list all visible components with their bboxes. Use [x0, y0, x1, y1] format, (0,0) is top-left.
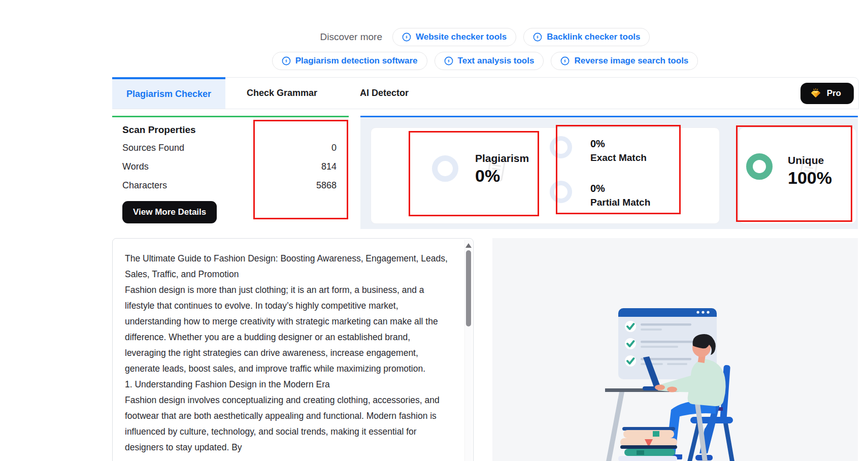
- plagiarism-label: Plagiarism: [475, 152, 529, 164]
- bolt-circle-icon: [282, 56, 291, 65]
- view-more-details-button[interactable]: View More Details: [122, 201, 217, 223]
- bolt-circle-icon: [560, 56, 570, 65]
- discover-section: Discover more Website checker tools: [112, 28, 858, 70]
- exact-match-group: 0% Exact Match: [590, 138, 647, 163]
- discover-more-label: Discover more: [320, 31, 382, 43]
- tab-plagiarism-checker[interactable]: Plagiarism Checker: [112, 77, 225, 109]
- scan-property-label: Sources Found: [122, 143, 184, 153]
- unique-label: Unique: [788, 154, 832, 167]
- document-text-area[interactable]: The Ultimate Guide to Fashion Design: Bo…: [112, 238, 474, 461]
- bolt-circle-icon: [533, 32, 542, 42]
- discover-pill[interactable]: Website checker tools: [392, 28, 516, 46]
- scrollbar-thumb[interactable]: [466, 250, 471, 326]
- pro-button[interactable]: Pro: [800, 83, 854, 104]
- scan-properties-panel: Scan Properties Sources Found 0 Words 81…: [112, 116, 349, 233]
- text-scrollbar[interactable]: [464, 240, 472, 461]
- discover-pill-label: Plagiarism detection software: [295, 56, 418, 66]
- bolt-circle-icon: [402, 32, 411, 42]
- plagiarism-score-group: Plagiarism 0%: [475, 152, 529, 186]
- discover-row-1: Discover more Website checker tools: [112, 28, 858, 46]
- discover-pill-label: Backlink checker tools: [547, 32, 640, 42]
- unique-results-card: Unique 100%: [739, 127, 856, 224]
- scan-property-value: 0: [331, 143, 337, 153]
- scan-property-row: Sources Found 0: [122, 139, 337, 157]
- document-paragraph: Fashion design involves conceptualizing …: [125, 392, 451, 455]
- scan-property-value: 5868: [316, 180, 337, 191]
- partial-match-value: 0%: [590, 183, 650, 194]
- partial-match-ring: [550, 181, 572, 203]
- bolt-circle-icon: [444, 56, 453, 65]
- discover-pill-label: Website checker tools: [416, 32, 507, 42]
- scan-property-row: Words 814: [122, 157, 337, 176]
- results-panel: Plagiarism 0% 0% Exact Match 0% Partial …: [360, 116, 858, 229]
- plagiarism-results-card: Plagiarism 0% 0% Exact Match 0% Partial …: [371, 127, 720, 224]
- gem-icon: [810, 88, 821, 98]
- discover-pill-label: Reverse image search tools: [574, 56, 688, 66]
- pro-button-label: Pro: [827, 88, 841, 98]
- unique-gauge-ring: [746, 153, 773, 180]
- document-paragraph: Fashion design is more than just clothin…: [125, 282, 451, 377]
- document-paragraph: 1. Understanding Fashion Design in the M…: [125, 377, 451, 392]
- scan-property-row: Characters 5868: [122, 176, 337, 195]
- partial-match-label: Partial Match: [590, 197, 650, 208]
- plagiarism-checker-page: Discover more Website checker tools: [0, 0, 868, 461]
- discover-pill[interactable]: Plagiarism detection software: [272, 52, 427, 70]
- exact-match-value: 0%: [590, 138, 647, 150]
- illustration-panel: [492, 238, 858, 461]
- scan-property-label: Characters: [122, 180, 167, 191]
- tab-ai-detector[interactable]: AI Detector: [339, 78, 430, 109]
- exact-match-label: Exact Match: [590, 152, 647, 163]
- partial-match-group: 0% Partial Match: [590, 183, 650, 208]
- plagiarism-gauge-ring: [432, 155, 458, 182]
- document-paragraph: The Ultimate Guide to Fashion Design: Bo…: [125, 251, 451, 282]
- scan-property-label: Words: [122, 161, 149, 172]
- scan-properties-title: Scan Properties: [122, 124, 337, 136]
- discover-pill-label: Text analysis tools: [458, 56, 535, 66]
- plagiarism-value: 0%: [475, 166, 529, 186]
- scroll-up-arrow-icon[interactable]: [465, 243, 472, 248]
- exact-match-ring: [550, 136, 572, 158]
- tool-tabbar: Plagiarism Checker Check Grammar AI Dete…: [112, 77, 859, 109]
- tab-check-grammar[interactable]: Check Grammar: [225, 78, 339, 109]
- scan-property-value: 814: [321, 161, 337, 172]
- document-paragraphs: The Ultimate Guide to Fashion Design: Bo…: [125, 251, 451, 455]
- discover-pill[interactable]: Backlink checker tools: [523, 28, 650, 46]
- discover-pill[interactable]: Reverse image search tools: [551, 52, 698, 70]
- unique-score-group: Unique 100%: [788, 154, 832, 188]
- person-at-desk-illustration: [492, 238, 858, 461]
- unique-value: 100%: [788, 168, 832, 188]
- discover-pill[interactable]: Text analysis tools: [435, 52, 544, 70]
- tabbar-spacer: [430, 78, 800, 109]
- discover-row-2: Plagiarism detection software Text analy…: [112, 52, 858, 70]
